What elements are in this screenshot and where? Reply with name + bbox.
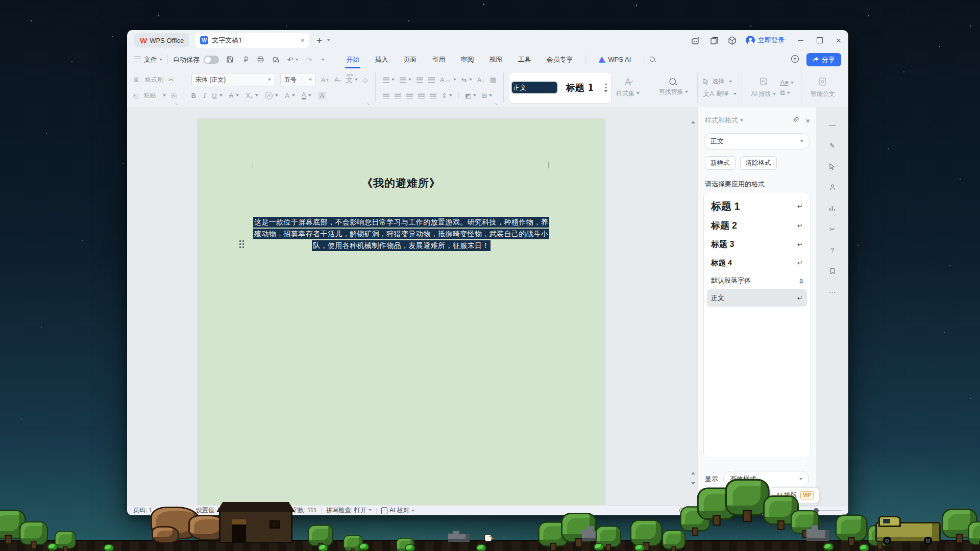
current-style-select[interactable]: 正文: [704, 133, 810, 149]
checkbox-checked-icon[interactable]: [705, 492, 712, 499]
selected-text-line[interactable]: 队，使用各种机械制作物品，发展避难所，征服末日！: [312, 240, 491, 251]
decrease-font-button[interactable]: A-: [334, 77, 341, 83]
page-up-icon[interactable]: [691, 472, 695, 474]
translate-button[interactable]: 文A 翻译: [703, 89, 737, 98]
paragraph-drag-handle[interactable]: [239, 240, 244, 248]
fullscreen-icon[interactable]: ⊡: [776, 507, 782, 514]
format-painter-button[interactable]: 🗏: [133, 77, 140, 83]
scrollbar[interactable]: [689, 107, 697, 505]
find-replace-button[interactable]: 查找替换: [654, 68, 692, 107]
close-button[interactable]: ×: [836, 36, 841, 45]
arrange-objects-button[interactable]: ⧉: [780, 89, 793, 96]
share-button[interactable]: 分享: [806, 53, 841, 66]
tab-tools[interactable]: 工具: [510, 51, 538, 68]
justify-icon[interactable]: [418, 93, 425, 98]
paste-icon[interactable]: ⎗: [133, 92, 138, 99]
help-icon[interactable]: ?: [828, 245, 837, 255]
eye-protection-icon[interactable]: [679, 508, 688, 513]
text-direction-icon[interactable]: ⇆: [461, 77, 467, 83]
window-stack-icon[interactable]: [710, 36, 719, 45]
select-button[interactable]: 选择: [703, 77, 737, 86]
document-page[interactable]: 《我的避难所》 这是一款位于屏幕底部，不会影响您日常学习与工作的放置游戏。研究科…: [199, 119, 604, 505]
style-item-heading2[interactable]: 标题 2↵: [704, 216, 810, 235]
shading-bucket-icon[interactable]: ◩: [465, 92, 471, 99]
document-title[interactable]: 《我的避难所》: [199, 176, 604, 190]
decrease-indent-icon[interactable]: [416, 77, 423, 83]
redo-button[interactable]: ↷: [306, 56, 312, 63]
search-icon[interactable]: [649, 56, 656, 63]
numbered-list-icon[interactable]: [400, 77, 406, 83]
style-item-heading1[interactable]: 标题 1↵: [704, 196, 810, 216]
document-tab[interactable]: W 文字文稿1: [195, 33, 309, 48]
align-center-icon[interactable]: [395, 93, 401, 98]
align-right-icon[interactable]: [406, 93, 413, 98]
pinyin-guide-button[interactable]: wén文: [346, 77, 358, 83]
new-tab-button[interactable]: +: [316, 36, 322, 45]
ink-pen-icon[interactable]: ✎: [757, 507, 763, 514]
character-scale-icon[interactable]: A↔: [440, 77, 451, 83]
gallery-down-icon[interactable]: [604, 87, 607, 89]
ai-layout-pill-button[interactable]: AI 排版 VIP: [770, 487, 819, 504]
font-color-button[interactable]: A: [302, 91, 306, 99]
document-paragraph[interactable]: 这是一款位于屏幕底部，不会影响您日常学习与工作的放置游戏。研究科技，种植作物，养…: [199, 216, 604, 252]
font-name-select[interactable]: 宋体 (正文): [191, 73, 275, 86]
maximize-button[interactable]: [817, 37, 823, 43]
show-preview-option[interactable]: 显示预览: [705, 491, 741, 499]
print-preview-button[interactable]: [272, 56, 280, 63]
show-marks-icon[interactable]: ▦: [490, 77, 496, 83]
bullet-list-icon[interactable]: [383, 77, 389, 83]
style-item-default-font[interactable]: 默认段落字体a: [704, 272, 810, 289]
selected-text-line[interactable]: 这是一款位于屏幕底部，不会影响您日常学习与工作的放置游戏。研究科技，种植作物，养: [253, 217, 549, 228]
save-button[interactable]: [226, 56, 234, 63]
contacts-icon[interactable]: [828, 183, 837, 192]
gallery-expand-icon[interactable]: [604, 90, 607, 92]
page-down-icon[interactable]: [691, 482, 695, 485]
web-view-icon[interactable]: ⊕: [744, 507, 750, 514]
pane-close-icon[interactable]: ×: [805, 116, 810, 125]
sort-icon[interactable]: A↓: [477, 77, 485, 83]
ai-proofread-button[interactable]: AI 校对: [381, 506, 414, 515]
tab-wps-ai[interactable]: WPS AI: [591, 51, 639, 68]
output-pdf-button[interactable]: [241, 56, 249, 63]
character-shading-button[interactable]: A: [318, 92, 326, 99]
qat-more-chevron-icon[interactable]: [322, 59, 325, 61]
zoom-slider[interactable]: [789, 510, 842, 511]
pin-icon[interactable]: [793, 116, 799, 124]
font-dialog-launcher[interactable]: ↘: [366, 102, 370, 106]
distribute-icon[interactable]: [430, 93, 436, 98]
ai-assistant-icon[interactable]: [691, 36, 701, 45]
clipboard-dialog-launcher[interactable]: ↘: [175, 102, 178, 106]
page-view-button-active[interactable]: [702, 506, 713, 515]
file-menu[interactable]: 文件: [134, 55, 162, 64]
cut-icon[interactable]: ✂: [168, 77, 174, 83]
print-button[interactable]: [257, 56, 264, 63]
paragraph-dialog-launcher[interactable]: ↘: [494, 102, 498, 106]
align-left-icon[interactable]: [383, 93, 389, 98]
style-set-button[interactable]: A̷ 样式集: [612, 68, 644, 107]
ai-layout-button[interactable]: AI 排版: [747, 68, 780, 107]
display-filter-select[interactable]: 有效样式: [723, 471, 809, 487]
style-item-heading4[interactable]: 标题 4↵: [704, 254, 810, 272]
app-center-cube-icon[interactable]: [728, 36, 737, 45]
minimize-button[interactable]: [798, 40, 803, 41]
borders-icon[interactable]: ⊞: [481, 92, 487, 99]
collapse-icon[interactable]: —: [828, 120, 837, 129]
status-word-count[interactable]: 字数: 111: [291, 506, 316, 515]
style-item-body[interactable]: 正文↵: [707, 289, 807, 307]
highlight-color-button[interactable]: A: [285, 92, 289, 99]
new-style-button[interactable]: 新样式: [705, 156, 736, 170]
wps-home-button[interactable]: W WPS Office: [134, 33, 189, 47]
strikethrough-button[interactable]: A: [229, 92, 234, 99]
more-icon[interactable]: ⋯: [828, 287, 837, 296]
selected-text-line[interactable]: 殖动物，招募幸存者干活儿，解锁矿洞，狩猎变异动物，抵御畸变怪物，武装自己的战斗小: [253, 229, 549, 239]
smart-document-button[interactable]: 智能公文: [806, 68, 839, 107]
undo-button[interactable]: ↶: [287, 56, 299, 63]
tab-insert[interactable]: 插入: [367, 51, 396, 68]
line-spacing-icon[interactable]: ⇕: [442, 92, 447, 99]
spellcheck-toggle[interactable]: 拼写检查: 打开: [326, 506, 372, 515]
tab-page[interactable]: 页面: [396, 51, 424, 68]
bold-button[interactable]: B: [191, 92, 196, 99]
paste-label[interactable]: 粘贴: [143, 91, 156, 100]
upload-cloud-icon[interactable]: [791, 55, 799, 65]
scroll-up-icon[interactable]: [691, 121, 695, 123]
